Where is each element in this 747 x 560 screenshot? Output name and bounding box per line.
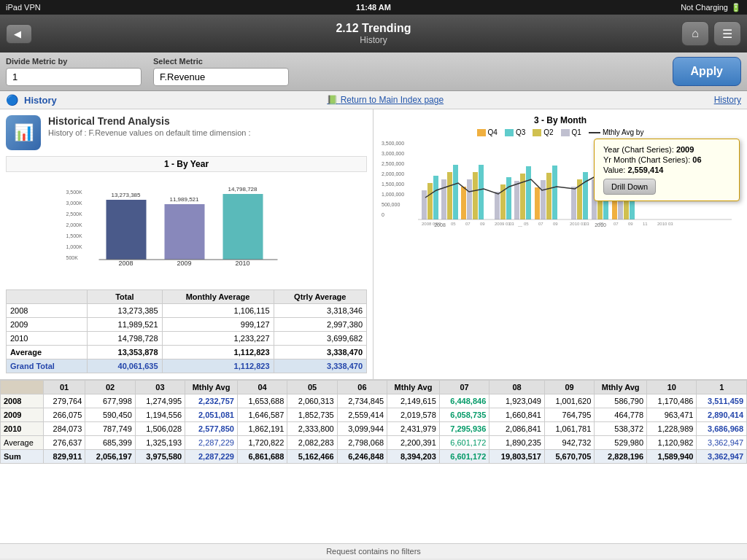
- avg-label: Average: [7, 346, 88, 359]
- select-metric-group: Select Metric: [153, 57, 289, 86]
- right-panel: 3 - By Month Q4 Q3 Q2 Q1: [374, 109, 747, 379]
- svg-rect-37: [506, 177, 511, 219]
- chart-legend: Q4 Q3 Q2 Q1 Mthly Avg by: [379, 128, 741, 136]
- sum-label: Sum: [1, 450, 44, 464]
- divide-input[interactable]: [6, 68, 142, 86]
- svg-text:03: 03: [509, 222, 514, 226]
- hdr-mthly2: Mthly Avg: [387, 381, 440, 394]
- svg-rect-43: [546, 173, 551, 219]
- analysis-subtitle: History of : F.Revenue values on default…: [48, 128, 251, 137]
- v10b-2009: 2,890,414: [697, 408, 747, 422]
- svg-rect-32: [467, 179, 472, 219]
- svg-rect-25: [422, 190, 427, 219]
- svg-text:13,273,385: 13,273,385: [111, 192, 141, 198]
- svg-rect-26: [427, 183, 433, 219]
- detail-row-2008: 2008 279,764 677,998 1,274,995 2,232,757…: [1, 394, 747, 408]
- v03-2009: 1,194,556: [135, 408, 185, 422]
- q3-color: [505, 129, 514, 136]
- svg-rect-47: [583, 172, 588, 219]
- v01-2008: 279,764: [43, 394, 85, 408]
- v10b-2008: 3,511,459: [697, 394, 747, 408]
- tooltip-year: Year (Chart Series): 2009: [603, 145, 730, 154]
- avg-10b: 3,362,947: [697, 436, 747, 450]
- v10-2009: 464,778: [595, 408, 647, 422]
- hdr-04: 04: [237, 381, 287, 394]
- q3-label: Q3: [516, 128, 525, 136]
- detail-section[interactable]: 01 02 03 Mthly Avg 04 05 06 Mthly Avg 07…: [0, 380, 747, 543]
- year-2010: 2010: [1, 422, 44, 436]
- svg-text:3,000K: 3,000K: [66, 201, 83, 206]
- v04-2008: 1,653,688: [237, 394, 287, 408]
- col-total: Total: [88, 290, 162, 304]
- monthly-2010: 1,233,227: [162, 332, 274, 346]
- tooltip: Year (Chart Series): 2009 Yr Month (Char…: [594, 139, 740, 201]
- q4-color: [477, 129, 486, 136]
- home-button[interactable]: ⌂: [681, 21, 709, 46]
- detail-avg-row: Average 276,637 685,399 1,325,193 2,287,…: [1, 436, 747, 450]
- year-2008: 2008: [7, 304, 88, 318]
- avg-quarterly: 3,338,470: [274, 346, 366, 359]
- v08-2009: 1,660,841: [489, 408, 545, 422]
- svg-text:0: 0: [382, 212, 384, 217]
- svg-text:2,500,000: 2,500,000: [382, 161, 404, 166]
- drill-down-button[interactable]: Drill Down: [603, 179, 656, 195]
- return-link[interactable]: 📗 Return to Main Index page: [327, 95, 444, 105]
- svg-text:07: 07: [465, 222, 471, 226]
- avg-mavg1: 2,287,229: [185, 436, 238, 450]
- table-row: 2008 13,273,385 1,106,115 3,318,346: [7, 304, 367, 318]
- svg-text:05: 05: [451, 222, 456, 226]
- col-quarterly: Qtrly Average: [274, 290, 366, 304]
- svg-rect-39: [520, 174, 525, 219]
- average-row: Average 13,353,878 1,112,823 3,338,470: [7, 346, 367, 359]
- svg-rect-41: [535, 187, 540, 219]
- svg-rect-35: [495, 192, 500, 219]
- hdr-05: 05: [287, 381, 337, 394]
- svg-rect-27: [433, 176, 438, 219]
- sum-03: 3,975,580: [135, 450, 185, 464]
- sum-02: 2,056,197: [85, 450, 135, 464]
- mavg1-2010: 2,577,850: [185, 422, 238, 436]
- sum-mavg3: 1,589,940: [647, 450, 697, 464]
- svg-rect-44: [552, 166, 557, 219]
- sum-05: 5,162,466: [287, 450, 337, 464]
- mthly-label: Mthly Avg by: [603, 128, 644, 136]
- by-year-title: 1 - By Year: [6, 156, 367, 172]
- hdr-10: 10: [647, 381, 697, 394]
- back-button[interactable]: ◀: [6, 24, 32, 44]
- filter-button[interactable]: ☰: [713, 21, 741, 46]
- status-time: 11:48 AM: [356, 3, 391, 12]
- grand-total-row: Grand Total 40,061,635 1,112,823 3,338,4…: [7, 359, 367, 373]
- svg-rect-10: [165, 204, 205, 260]
- grand-quarterly: 3,338,470: [274, 359, 366, 373]
- filter-bar: Request contains no filters: [0, 543, 747, 559]
- grand-label: Grand Total: [7, 359, 88, 373]
- svg-text:11,989,521: 11,989,521: [169, 196, 199, 203]
- avg-monthly: 1,112,823: [162, 346, 274, 359]
- svg-rect-13: [223, 194, 263, 260]
- svg-text:09: 09: [480, 222, 485, 226]
- v05-2009: 1,852,735: [287, 408, 337, 422]
- hdr-blank: [1, 381, 44, 394]
- by-year-svg: 3,500K 3,000K 2,500K 2,000K 1,500K 1,000…: [12, 187, 361, 267]
- analysis-title: Historical Trend Analysis: [48, 115, 251, 127]
- mthly-line: [589, 132, 600, 133]
- v03-2010: 1,506,028: [135, 422, 185, 436]
- sum-mavg2: 8,394,203: [387, 450, 440, 464]
- svg-text:2009: 2009: [177, 260, 191, 267]
- metric-input[interactable]: [153, 68, 289, 86]
- total-2010: 14,798,728: [88, 332, 162, 346]
- total-2008: 13,273,385: [88, 304, 162, 318]
- analysis-header: 📊 Historical Trend Analysis History of :…: [6, 115, 367, 150]
- mavg1-2008: 2,232,757: [185, 394, 238, 408]
- sum-10b: 3,362,947: [697, 450, 747, 464]
- legend-q1: Q1: [561, 128, 581, 136]
- left-panel: 📊 Historical Trend Analysis History of :…: [0, 109, 374, 379]
- grand-total-val: 40,061,635: [88, 359, 162, 373]
- avg-04: 1,720,822: [237, 436, 287, 450]
- select-label: Select Metric: [153, 57, 289, 66]
- v09-2010: 1,061,781: [544, 422, 594, 436]
- monthly-2009: 999,127: [162, 318, 274, 332]
- apply-button[interactable]: Apply: [673, 57, 741, 86]
- history-right-link[interactable]: History: [714, 95, 741, 105]
- svg-text:1,500,000: 1,500,000: [382, 182, 404, 187]
